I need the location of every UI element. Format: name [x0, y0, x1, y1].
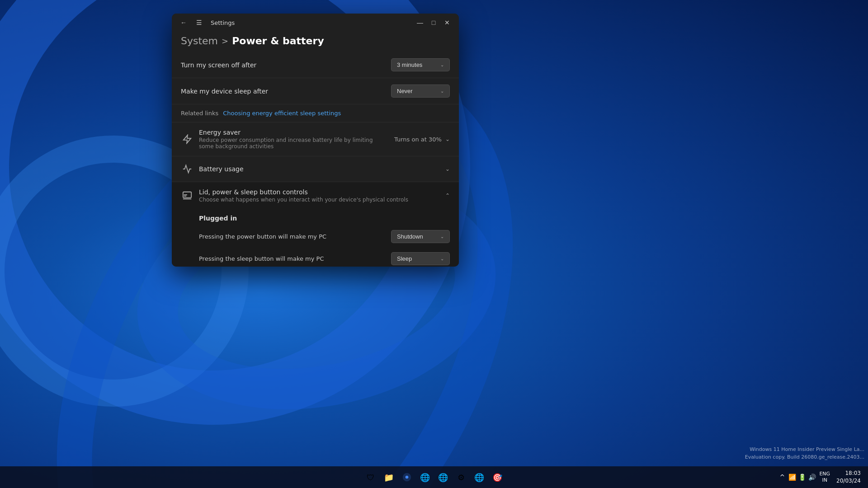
breadcrumb-separator: >	[222, 36, 228, 46]
taskbar-icon-files[interactable]: 📁	[381, 469, 397, 485]
screen-off-chevron: ⌄	[440, 62, 444, 67]
power-button-chevron: ⌄	[440, 234, 444, 239]
power-button-dropdown[interactable]: Shutdown ⌄	[391, 230, 450, 243]
battery-usage-icon	[181, 163, 193, 175]
lid-expand-icon[interactable]: ⌃	[445, 192, 450, 199]
energy-saver-expand[interactable]: ⌄	[445, 136, 450, 142]
energy-efficient-link[interactable]: Choosing energy efficient sleep settings	[223, 110, 341, 117]
title-bar: ← ☰ Settings — □ ✕	[172, 14, 459, 32]
lid-section: Lid, power & sleep button controls Choos…	[172, 182, 459, 267]
screen-off-row: Turn my screen off after 3 minutes ⌄	[172, 52, 459, 78]
tray-battery-icon[interactable]: 🔋	[797, 473, 807, 482]
screen-off-label: Turn my screen off after	[181, 61, 256, 69]
sleep-row: Make my device sleep after Never ⌄	[172, 78, 459, 104]
breadcrumb: System > Power & battery	[172, 32, 459, 52]
energy-saver-row[interactable]: Energy saver Reduce power consumption an…	[172, 122, 459, 156]
taskbar-icon-chrome2[interactable]: 🌐	[417, 469, 433, 485]
battery-usage-expand[interactable]: ⌄	[445, 166, 450, 172]
sleep-button-value: Sleep	[397, 255, 412, 262]
energy-saver-right: Turns on at 30% ⌄	[394, 136, 450, 143]
hamburger-button[interactable]: ☰	[193, 16, 205, 29]
clock-time: 18:03	[845, 469, 861, 477]
breadcrumb-current: Power & battery	[232, 35, 324, 47]
back-button[interactable]: ←	[177, 16, 190, 29]
power-button-value: Shutdown	[397, 233, 423, 240]
taskbar-icon-chrome3[interactable]: 🌐	[435, 469, 451, 485]
battery-usage-right: ⌄	[445, 166, 450, 172]
content-area[interactable]: Turn my screen off after 3 minutes ⌄ Mak…	[172, 52, 459, 267]
clock-area[interactable]: 18:03 20/03/24	[833, 469, 864, 485]
battery-usage-title: Battery usage	[199, 165, 440, 173]
sleep-button-chevron: ⌄	[440, 256, 444, 261]
power-button-row: Pressing the power button will make my P…	[172, 225, 459, 248]
energy-saver-subtitle: Reduce power consumption and increase ba…	[199, 137, 389, 150]
lid-header[interactable]: Lid, power & sleep button controls Choos…	[172, 182, 459, 209]
window-title: Settings	[211, 19, 235, 26]
taskbar-icon-app[interactable]: 🎯	[489, 469, 505, 485]
sleep-button-label: Pressing the sleep button will make my P…	[199, 255, 324, 262]
lid-section-right: ⌃	[445, 192, 450, 199]
tray-up-arrow[interactable]: ^	[778, 473, 787, 482]
lid-section-text: Lid, power & sleep button controls Choos…	[199, 188, 440, 203]
settings-window: ← ☰ Settings — □ ✕ System > Power & batt…	[172, 14, 459, 267]
lid-icon	[181, 189, 193, 202]
taskbar-icon-settings[interactable]: ⚙	[453, 469, 469, 485]
lid-section-subtitle: Choose what happens when you interact wi…	[199, 197, 440, 203]
svg-point-7	[406, 476, 409, 479]
screen-off-value: 3 minutes	[397, 61, 422, 68]
window-controls: — □ ✕	[414, 16, 453, 29]
taskbar-center: 🛡 📁 🌐 🌐 ⚙ 🌐 🎯	[363, 469, 505, 485]
tray-volume-icon[interactable]: 🔊	[807, 473, 816, 482]
watermark: Windows 11 Home Insider Preview Single L…	[745, 446, 864, 461]
title-bar-controls: ← ☰	[177, 16, 205, 29]
energy-saver-text: Energy saver Reduce power consumption an…	[199, 129, 389, 150]
battery-usage-text: Battery usage	[199, 165, 440, 173]
maximize-button[interactable]: □	[427, 16, 440, 29]
related-links-label: Related links	[181, 110, 218, 117]
energy-saver-icon	[181, 133, 193, 145]
sleep-dropdown[interactable]: Never ⌄	[391, 84, 450, 98]
sleep-button-row: Pressing the sleep button will make my P…	[172, 248, 459, 267]
lid-section-title: Lid, power & sleep button controls	[199, 188, 440, 196]
energy-saver-value: Turns on at 30%	[394, 136, 442, 143]
language-indicator[interactable]: ENG IN	[819, 471, 830, 484]
close-button[interactable]: ✕	[441, 16, 453, 29]
taskbar-icon-edge[interactable]: 🌐	[471, 469, 487, 485]
taskbar-icon-chrome1[interactable]	[399, 469, 415, 485]
related-links: Related links Choosing energy efficient …	[172, 104, 459, 122]
sleep-button-dropdown[interactable]: Sleep ⌄	[391, 252, 450, 265]
taskbar-right: ^ 📶 🔋 🔊 ENG IN 18:03 20/03/24	[778, 469, 864, 485]
minimize-button[interactable]: —	[414, 16, 426, 29]
plugged-in-label: Plugged in	[172, 209, 459, 225]
tray-icons: ^ 📶 🔋 🔊	[778, 473, 816, 482]
battery-usage-row[interactable]: Battery usage ⌄	[172, 156, 459, 182]
sleep-value: Never	[397, 88, 413, 94]
clock-date: 20/03/24	[836, 477, 861, 485]
screen-off-dropdown[interactable]: 3 minutes ⌄	[391, 58, 450, 71]
taskbar-icon-shield[interactable]: 🛡	[363, 469, 379, 485]
power-button-label: Pressing the power button will make my P…	[199, 233, 326, 240]
tray-network-icon[interactable]: 📶	[788, 473, 797, 482]
breadcrumb-system[interactable]: System	[181, 35, 218, 47]
sleep-chevron: ⌄	[440, 89, 444, 94]
energy-saver-title: Energy saver	[199, 129, 389, 136]
sleep-label: Make my device sleep after	[181, 88, 268, 95]
taskbar: 🛡 📁 🌐 🌐 ⚙ 🌐 🎯 ^ 📶 🔋 🔊 ENG IN 18:03 20/03…	[0, 466, 868, 488]
